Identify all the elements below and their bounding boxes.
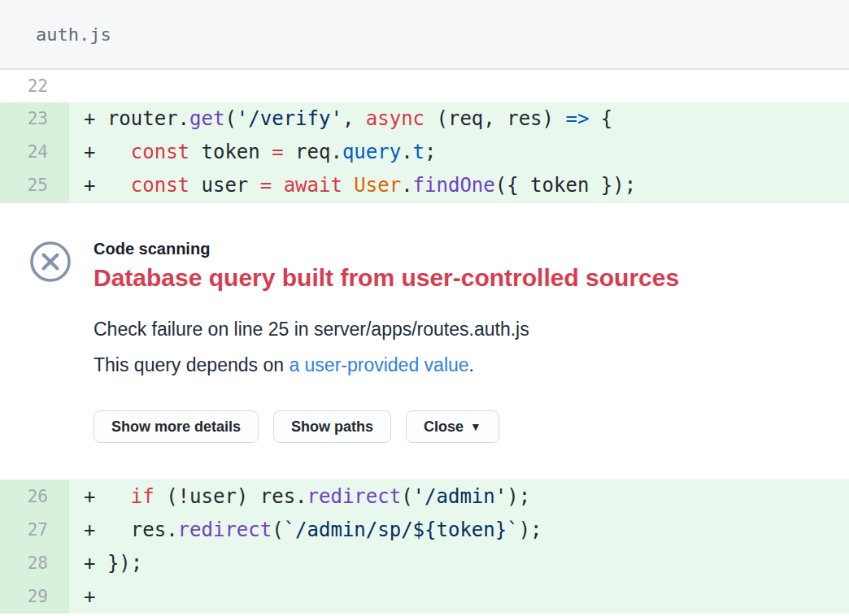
- code-text: +: [69, 580, 849, 614]
- diff-line-28: 28+ });: [0, 547, 849, 580]
- close-button[interactable]: Close ▼: [406, 410, 499, 443]
- line-number[interactable]: 22: [0, 70, 69, 102]
- alert-title: Database query built from user-controlle…: [94, 263, 679, 293]
- show-more-details-label: Show more details: [111, 419, 241, 436]
- code-text: + if (!user) res.redirect('/admin');: [69, 480, 849, 514]
- line-number[interactable]: 27: [0, 514, 69, 547]
- alert-location: Check failure on line 25 in server/apps/…: [94, 319, 679, 341]
- show-more-details-button[interactable]: Show more details: [94, 410, 259, 443]
- dropdown-caret-icon: ▼: [470, 420, 481, 433]
- file-name: auth.js: [36, 24, 111, 45]
- user-provided-value-link[interactable]: a user-provided value: [289, 354, 468, 375]
- close-label: Close: [424, 419, 464, 436]
- diff-line-23: 23+ router.get('/verify', async (req, re…: [0, 102, 849, 136]
- line-number[interactable]: 25: [0, 169, 69, 202]
- code-text: + });: [69, 547, 849, 580]
- line-number[interactable]: 23: [0, 102, 69, 136]
- line-number[interactable]: 26: [0, 480, 69, 514]
- code-text: + router.get('/verify', async (req, res)…: [69, 102, 849, 136]
- show-paths-label: Show paths: [291, 419, 373, 436]
- code-scanning-alert: Code scanning Database query built from …: [0, 203, 849, 479]
- line-number[interactable]: 29: [0, 580, 69, 614]
- line-number[interactable]: 24: [0, 136, 69, 169]
- diff-chunk-top: 2223+ router.get('/verify', async (req, …: [0, 70, 849, 203]
- file-header: auth.js: [0, 0, 849, 70]
- diff-chunk-bottom: 26+ if (!user) res.redirect('/admin');27…: [0, 479, 849, 614]
- alert-body: Code scanning Database query built from …: [94, 239, 679, 479]
- code-text: + res.redirect(`/admin/sp/${token}`);: [69, 514, 849, 547]
- diff-line-27: 27+ res.redirect(`/admin/sp/${token}`);: [0, 514, 849, 547]
- diff-line-29: 29+: [0, 580, 849, 614]
- diff-line-22: 22: [0, 70, 849, 102]
- diff-line-24: 24+ const token = req.query.t;: [0, 136, 849, 169]
- alert-kicker: Code scanning: [94, 239, 679, 258]
- code-text: + const user = await User.findOne({ toke…: [69, 169, 849, 202]
- show-paths-button[interactable]: Show paths: [273, 410, 391, 443]
- alert-description-period: .: [469, 354, 474, 375]
- alert-buttons: Show more details Show paths Close ▼: [94, 410, 679, 443]
- diff-line-26: 26+ if (!user) res.redirect('/admin');: [0, 480, 849, 514]
- line-number[interactable]: 28: [0, 547, 69, 580]
- alert-description-text: This query depends on: [94, 354, 289, 375]
- code-text: + const token = req.query.t;: [69, 136, 849, 169]
- x-circle-icon: [29, 241, 72, 283]
- diff-line-25: 25+ const user = await User.findOne({ to…: [0, 169, 849, 202]
- alert-description: This query depends on a user-provided va…: [94, 354, 679, 376]
- code-text: [69, 70, 849, 102]
